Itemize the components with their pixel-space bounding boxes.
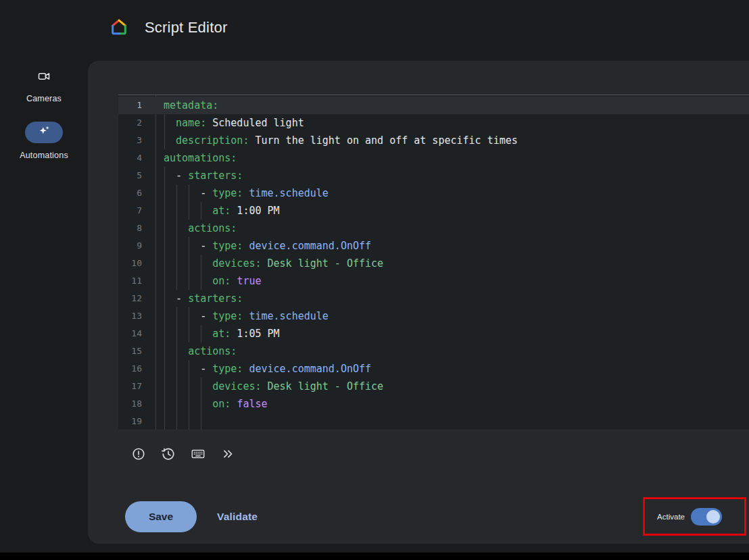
line-number: 3 bbox=[118, 132, 155, 149]
google-home-logo-icon bbox=[110, 18, 128, 36]
line-number: 11 bbox=[118, 272, 155, 290]
code-line-3[interactable]: 3 description: Turn the light on and off… bbox=[118, 132, 749, 149]
sidebar: Cameras Automations bbox=[0, 61, 88, 160]
history-icon bbox=[161, 447, 176, 461]
actions-bar: Save Validate Activate bbox=[125, 501, 730, 532]
camera-icon bbox=[37, 69, 51, 84]
activate-group: Activate bbox=[657, 508, 730, 526]
code-line-14[interactable]: 14 at: 1:05 PM bbox=[118, 325, 749, 342]
toggle-thumb bbox=[706, 510, 720, 524]
script-editor-panel: 1metadata:2 name: Scheduled light3 descr… bbox=[88, 61, 749, 544]
code-line-16[interactable]: 16 - type: device.command.OnOff bbox=[118, 360, 749, 378]
line-number: 16 bbox=[118, 360, 155, 378]
code-line-15[interactable]: 15 actions: bbox=[118, 342, 749, 360]
bottom-strip bbox=[0, 553, 749, 560]
code-editor[interactable]: 1metadata:2 name: Scheduled light3 descr… bbox=[118, 95, 749, 430]
keyboard-button[interactable] bbox=[183, 439, 213, 469]
sidebar-item-label: Cameras bbox=[26, 94, 62, 103]
line-number: 1 bbox=[118, 97, 155, 114]
line-number: 14 bbox=[118, 325, 155, 342]
sidebar-item-automations[interactable]: Automations bbox=[0, 122, 88, 160]
code-line-19[interactable]: 19 bbox=[118, 413, 749, 430]
keyboard-icon bbox=[191, 447, 206, 461]
line-number: 19 bbox=[118, 413, 155, 430]
code-line-11[interactable]: 11 on: true bbox=[118, 272, 749, 290]
line-number: 8 bbox=[118, 220, 155, 237]
code-line-18[interactable]: 18 on: false bbox=[118, 395, 749, 413]
error-icon bbox=[131, 447, 146, 461]
code-line-5[interactable]: 5 - starters: bbox=[118, 167, 749, 184]
expand-button[interactable] bbox=[213, 439, 243, 469]
history-button[interactable] bbox=[153, 439, 183, 469]
line-number: 10 bbox=[118, 255, 155, 272]
line-number: 18 bbox=[118, 395, 155, 413]
code-line-6[interactable]: 6 - type: time.schedule bbox=[118, 184, 749, 202]
line-number: 2 bbox=[118, 114, 155, 132]
sidebar-item-label: Automations bbox=[20, 151, 68, 160]
line-number: 6 bbox=[118, 184, 155, 202]
validate-button[interactable]: Validate bbox=[217, 511, 258, 523]
editor-toolbar bbox=[124, 439, 243, 469]
code-line-8[interactable]: 8 actions: bbox=[118, 220, 749, 237]
code-line-13[interactable]: 13 - type: time.schedule bbox=[118, 307, 749, 325]
selected-pill bbox=[25, 122, 63, 143]
line-number: 4 bbox=[118, 149, 155, 167]
line-number: 17 bbox=[118, 378, 155, 395]
double-chevron-right-icon bbox=[220, 447, 235, 461]
code-line-1[interactable]: 1metadata: bbox=[118, 97, 749, 114]
line-number: 15 bbox=[118, 342, 155, 360]
code-line-17[interactable]: 17 devices: Desk light - Office bbox=[118, 378, 749, 395]
activate-label: Activate bbox=[657, 513, 685, 521]
line-number: 7 bbox=[118, 202, 155, 220]
code-line-2[interactable]: 2 name: Scheduled light bbox=[118, 114, 749, 132]
code-line-4[interactable]: 4automations: bbox=[118, 149, 749, 167]
problems-button[interactable] bbox=[124, 439, 153, 469]
code-line-7[interactable]: 7 at: 1:00 PM bbox=[118, 202, 749, 220]
code-line-10[interactable]: 10 devices: Desk light - Office bbox=[118, 255, 749, 272]
save-button[interactable]: Save bbox=[125, 501, 197, 532]
code-line-9[interactable]: 9 - type: device.command.OnOff bbox=[118, 237, 749, 255]
page-title: Script Editor bbox=[145, 19, 227, 36]
sparkle-icon bbox=[37, 124, 51, 141]
sidebar-item-cameras[interactable]: Cameras bbox=[0, 69, 88, 103]
activate-toggle[interactable] bbox=[691, 508, 722, 526]
code-line-12[interactable]: 12 - starters: bbox=[118, 290, 749, 307]
line-number: 13 bbox=[118, 307, 155, 325]
line-number: 5 bbox=[118, 167, 155, 184]
line-number: 9 bbox=[118, 237, 155, 255]
line-number: 12 bbox=[118, 290, 155, 307]
header: Script Editor bbox=[0, 0, 749, 61]
